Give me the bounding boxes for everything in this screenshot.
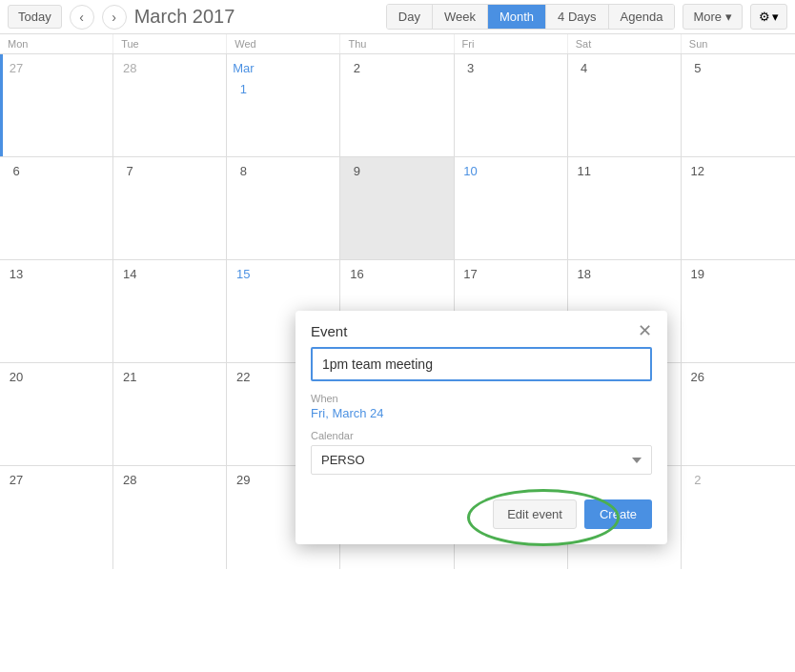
cell-apr2[interactable]: 2	[682, 466, 795, 569]
cell-mar27[interactable]: 27	[0, 466, 113, 569]
calendar-week-1: 27 28 Mar 1 2 3 4 5	[0, 54, 795, 157]
date-label: 19	[687, 264, 708, 285]
view-day-button[interactable]: Day	[387, 5, 433, 29]
date-label: 7	[119, 161, 140, 182]
view-4days-button[interactable]: 4 Days	[546, 5, 608, 29]
date-label: 29	[233, 470, 254, 491]
date-label: 18	[574, 264, 595, 285]
popup-close-button[interactable]: ✕	[638, 322, 652, 339]
cell-mar2[interactable]: 2	[340, 54, 454, 156]
today-button[interactable]: Today	[8, 5, 62, 29]
date-label: 26	[687, 367, 708, 388]
cell-mar26[interactable]: 26	[682, 363, 795, 465]
popup-header: Event ✕	[296, 311, 667, 347]
date-label: 22	[233, 367, 254, 388]
when-date: Fri, March 24	[311, 406, 652, 420]
date-label: 11	[574, 161, 595, 182]
date-label: 3	[460, 58, 481, 79]
cell-mar9[interactable]: 9	[340, 157, 454, 259]
date-label: 10	[460, 161, 481, 182]
date-label: 20	[6, 367, 27, 388]
cell-mar10[interactable]: 10	[455, 157, 568, 259]
more-button[interactable]: More ▾	[683, 4, 743, 30]
date-label: 9	[346, 161, 367, 182]
chevron-down-icon: ▾	[725, 10, 732, 24]
day-header-fri: Fri	[455, 34, 568, 53]
day-header-mon: Mon	[0, 34, 113, 53]
settings-button[interactable]: ⚙ ▾	[750, 4, 787, 30]
date-label: 13	[6, 264, 27, 285]
view-buttons: Day Week Month 4 Days Agenda	[386, 4, 676, 30]
create-button[interactable]: Create	[584, 499, 652, 529]
calendar-body: Mon Tue Wed Thu Fri Sat Sun 27 28 Mar 1 …	[0, 34, 795, 672]
cell-mar28[interactable]: 28	[113, 466, 227, 569]
cell-mar6[interactable]: 6	[0, 157, 113, 259]
gear-icon: ⚙	[759, 10, 770, 24]
date-label: 14	[119, 264, 140, 285]
when-label: When	[311, 393, 652, 404]
date-label: 5	[687, 58, 708, 79]
popup-title: Event	[311, 323, 347, 339]
date-label: 4	[574, 58, 595, 79]
calendar-week-2: 6 7 8 9 10 11 12	[0, 157, 795, 260]
settings-chevron-icon: ▾	[772, 10, 779, 24]
cell-mar20[interactable]: 20	[0, 363, 113, 465]
calendar-header: Today ‹ › March 2017 Day Week Month 4 Da…	[0, 0, 795, 34]
date-label: 21	[119, 367, 140, 388]
cell-mar4[interactable]: 4	[568, 54, 682, 156]
date-label: 16	[346, 264, 367, 285]
day-header-tue: Tue	[113, 34, 227, 53]
day-headers-row: Mon Tue Wed Thu Fri Sat Sun	[0, 34, 795, 54]
cell-mar11[interactable]: 11	[568, 157, 682, 259]
date-label: 8	[233, 161, 254, 182]
prev-button[interactable]: ‹	[70, 5, 94, 30]
date-label: Mar 1	[233, 58, 254, 79]
cell-mar3[interactable]: 3	[455, 54, 568, 156]
day-header-thu: Thu	[340, 34, 454, 53]
cell-mar5[interactable]: 5	[682, 54, 795, 156]
date-label: 28	[119, 58, 140, 79]
day-header-sat: Sat	[568, 34, 682, 53]
date-label: 2	[346, 58, 367, 79]
cell-mar8[interactable]: 8	[227, 157, 340, 259]
event-name-input[interactable]	[311, 347, 652, 381]
date-label: 12	[687, 161, 708, 182]
cell-mar12[interactable]: 12	[682, 157, 795, 259]
cell-mar14[interactable]: 14	[113, 260, 227, 362]
cell-mar19[interactable]: 19	[682, 260, 795, 362]
view-month-button[interactable]: Month	[488, 5, 546, 29]
date-label: 2	[687, 470, 708, 491]
date-label: 27	[6, 58, 27, 79]
cell-feb27[interactable]: 27	[0, 54, 113, 156]
cell-feb28[interactable]: 28	[113, 54, 227, 156]
cell-mar1[interactable]: Mar 1	[227, 54, 340, 156]
next-button[interactable]: ›	[102, 5, 127, 30]
cell-mar21[interactable]: 21	[113, 363, 227, 465]
date-label: 15	[233, 264, 254, 285]
date-label: 17	[460, 264, 481, 285]
day-header-wed: Wed	[227, 34, 340, 53]
date-label: 28	[119, 470, 140, 491]
popup-footer: Edit event Create	[296, 490, 667, 544]
event-popup: Event ✕ When Fri, March 24 Calendar PERS…	[296, 311, 667, 544]
view-agenda-button[interactable]: Agenda	[609, 5, 675, 29]
cell-mar13[interactable]: 13	[0, 260, 113, 362]
cell-mar7[interactable]: 7	[113, 157, 227, 259]
edit-event-button[interactable]: Edit event	[493, 499, 577, 529]
view-week-button[interactable]: Week	[433, 5, 488, 29]
date-label: 6	[6, 161, 27, 182]
popup-body: When Fri, March 24 Calendar PERSO	[296, 347, 667, 490]
day-header-sun: Sun	[682, 34, 795, 53]
month-title: March 2017	[134, 6, 378, 28]
date-label: 27	[6, 470, 27, 491]
calendar-label: Calendar	[311, 430, 652, 441]
calendar-select[interactable]: PERSO	[311, 445, 652, 475]
